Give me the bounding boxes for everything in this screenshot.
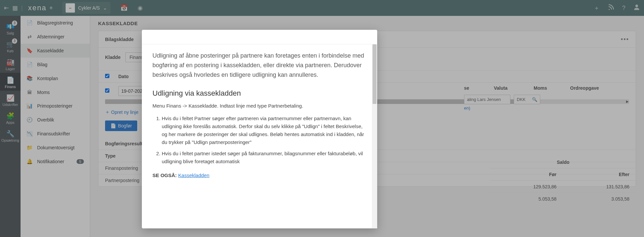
modal-heading: Udligning via kassekladden [152,87,367,99]
modal-subtext: Menu Finans -> Kassekladde. Indtast linj… [152,102,367,110]
modal-list-item: Hvis du i feltet partner istedet søger p… [162,150,367,166]
modal-header [142,30,377,44]
see-also-link[interactable]: Kassekladden [178,172,209,178]
modal-scroll-thumb[interactable] [373,44,377,104]
modal-intro: Udligning af åbne posteringer på partner… [152,51,367,79]
modal-body: Udligning af åbne posteringer på partner… [142,44,377,228]
see-also: SE OGSÅ: Kassekladden [152,171,367,179]
help-modal: Udligning af åbne posteringer på partner… [142,30,377,228]
modal-scrollbar[interactable] [372,44,377,228]
modal-list-item: Hvis du i feltet Partner søger efter par… [162,115,367,146]
see-also-label: SE OGSÅ: [152,172,177,178]
